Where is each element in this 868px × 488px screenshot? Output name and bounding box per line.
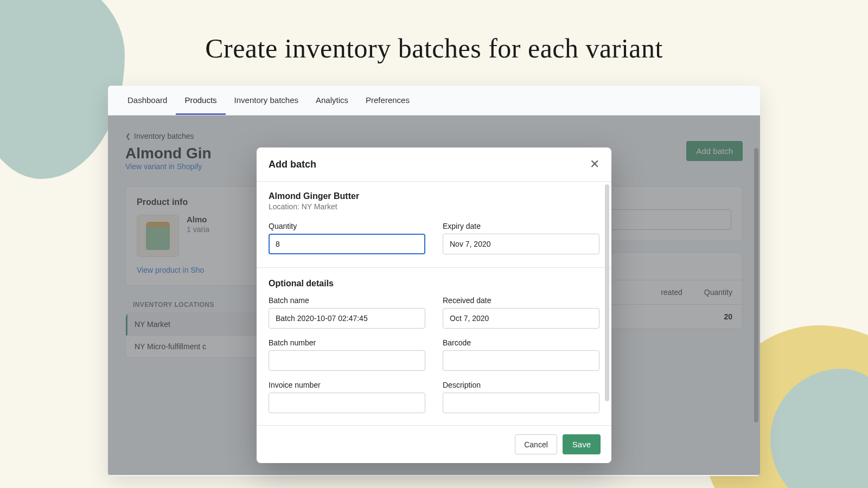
expiry-label: Expiry date	[443, 222, 599, 230]
batch-name-label: Batch name	[269, 296, 425, 305]
modal-header: Add batch ✕	[257, 147, 611, 182]
modal-product-name: Almond Ginger Butter	[269, 191, 599, 201]
modal-divider	[257, 267, 611, 268]
invoice-number-label: Invoice number	[269, 381, 425, 389]
invoice-number-input[interactable]	[269, 393, 425, 413]
hero-title: Create inventory batches for each varian…	[0, 0, 868, 64]
save-button[interactable]: Save	[563, 434, 601, 454]
description-input[interactable]	[443, 393, 599, 413]
modal-footer: Cancel Save	[257, 425, 611, 463]
nav-dashboard[interactable]: Dashboard	[119, 86, 176, 115]
barcode-input[interactable]	[443, 350, 599, 371]
top-nav: Dashboard Products Inventory batches Ana…	[108, 86, 760, 115]
batch-name-input[interactable]	[269, 308, 425, 329]
modal-scroll-thumb[interactable]	[605, 184, 609, 401]
cancel-button[interactable]: Cancel	[515, 434, 557, 454]
received-date-input[interactable]	[443, 308, 599, 329]
received-date-label: Received date	[443, 296, 599, 305]
close-icon[interactable]: ✕	[590, 158, 599, 170]
modal-body: Almond Ginger Butter Location: NY Market…	[257, 182, 611, 425]
modal-scrollbar[interactable]	[605, 184, 610, 439]
nav-preferences[interactable]: Preferences	[357, 86, 418, 115]
modal-title: Add batch	[269, 159, 316, 170]
modal-location-line: Location: NY Market	[269, 202, 599, 211]
expiry-date-input[interactable]	[443, 234, 599, 254]
nav-analytics[interactable]: Analytics	[307, 86, 357, 115]
barcode-label: Barcode	[443, 338, 599, 347]
nav-products[interactable]: Products	[176, 86, 225, 115]
optional-details-heading: Optional details	[269, 279, 599, 288]
quantity-label: Quantity	[269, 222, 425, 230]
batch-number-input[interactable]	[269, 350, 425, 371]
quantity-input[interactable]	[269, 234, 425, 254]
nav-inventory-batches[interactable]: Inventory batches	[226, 86, 307, 115]
description-label: Description	[443, 381, 599, 389]
batch-number-label: Batch number	[269, 338, 425, 347]
add-batch-modal: Add batch ✕ Almond Ginger Butter Locatio…	[257, 147, 611, 463]
